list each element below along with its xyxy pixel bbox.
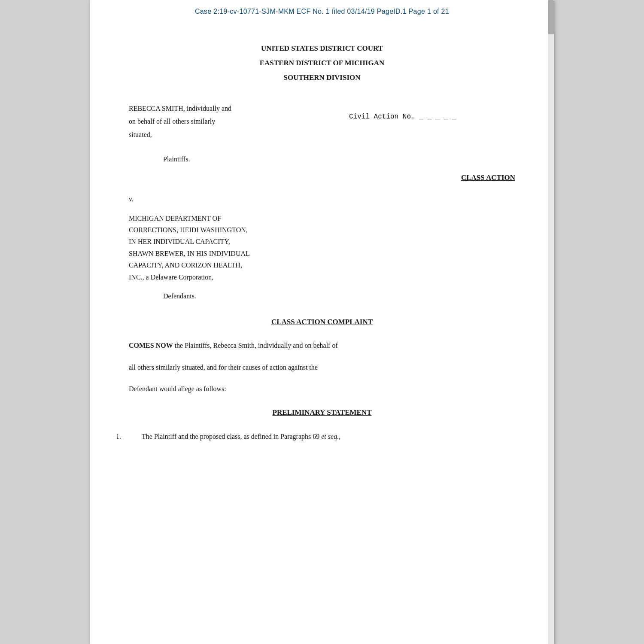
preliminary-title: PRELIMINARY STATEMENT bbox=[129, 406, 515, 419]
vs-line: v. bbox=[129, 193, 515, 206]
numbered-item-1: 1.The Plaintiff and the proposed class, … bbox=[129, 430, 515, 443]
scrollbar[interactable] bbox=[548, 0, 554, 644]
item1-text: The Plaintiff and the proposed class, as… bbox=[142, 433, 321, 440]
item1-italic: et seq., bbox=[321, 433, 340, 440]
body-para-2: Defendant would allege as follows: bbox=[129, 383, 515, 395]
plaintiffs-label-col: Plaintiffs. bbox=[129, 150, 340, 185]
civil-action-number: Civil Action No. _ _ _ _ _ bbox=[349, 111, 515, 123]
plaintiff-col: REBECCA SMITH, individually and on behal… bbox=[129, 102, 340, 141]
comes-now-bold: COMES NOW bbox=[129, 342, 173, 349]
civil-action-col: Civil Action No. _ _ _ _ _ bbox=[340, 102, 515, 141]
court-title: UNITED STATES DISTRICT COURT EASTERN DIS… bbox=[129, 41, 515, 85]
court-line2: EASTERN DISTRICT OF MICHIGAN bbox=[129, 56, 515, 70]
defendant-line5: CAPACITY, AND CORIZON HEALTH, bbox=[129, 259, 515, 272]
case-header-bar: Case 2:19-cv-10771-SJM-MKM ECF No. 1 fil… bbox=[90, 0, 554, 20]
item1-number: 1. bbox=[129, 430, 142, 443]
plaintiff-name-line1: REBECCA SMITH, individually and bbox=[129, 102, 332, 115]
class-action-label-col: CLASS ACTION bbox=[340, 150, 515, 185]
scrollbar-thumb[interactable] bbox=[548, 0, 554, 34]
document-page: Case 2:19-cv-10771-SJM-MKM ECF No. 1 fil… bbox=[90, 0, 554, 644]
complaint-title: CLASS ACTION COMPLAINT bbox=[129, 316, 515, 329]
plaintiff-name-line3: situated, bbox=[129, 128, 332, 141]
plaintiff-name-line2: on behalf of all others similarly bbox=[129, 115, 332, 128]
parties-section: REBECCA SMITH, individually and on behal… bbox=[129, 102, 515, 141]
defendant-line1: MICHIGAN DEPARTMENT OF bbox=[129, 212, 515, 225]
plaintiffs-label: Plaintiffs. bbox=[129, 153, 332, 166]
body-para-1: all others similarly situated, and for t… bbox=[129, 361, 515, 374]
defendant-line2: CORRECTIONS, HEIDI WASHINGTON, bbox=[129, 224, 515, 237]
defendant-line3: IN HER INDIVIDUAL CAPACITY, bbox=[129, 235, 515, 248]
comes-now-rest: the Plaintiffs, Rebecca Smith, individua… bbox=[173, 342, 338, 349]
defendant-line6: INC., a Delaware Corporation, bbox=[129, 271, 515, 284]
class-action-label: CLASS ACTION bbox=[349, 171, 515, 185]
defendants-label: Defendants. bbox=[129, 290, 515, 303]
document-body: UNITED STATES DISTRICT COURT EASTERN DIS… bbox=[90, 20, 554, 475]
defendant-line4: SHAWN BREWER, IN HIS INDIVIDUAL bbox=[129, 247, 515, 260]
court-line1: UNITED STATES DISTRICT COURT bbox=[129, 41, 515, 56]
case-citation: Case 2:19-cv-10771-SJM-MKM ECF No. 1 fil… bbox=[116, 8, 528, 15]
comes-now-paragraph: COMES NOW the Plaintiffs, Rebecca Smith,… bbox=[129, 339, 515, 352]
court-line3: SOUTHERN DIVISION bbox=[129, 70, 515, 85]
plaintiffs-row: Plaintiffs. CLASS ACTION bbox=[129, 150, 515, 185]
